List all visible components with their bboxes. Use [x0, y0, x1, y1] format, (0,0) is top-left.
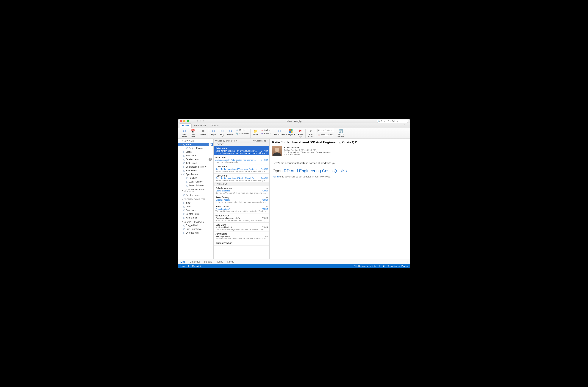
nav-tasks[interactable]: Tasks: [217, 260, 223, 263]
address-book-button[interactable]: 📖Address Book: [317, 133, 334, 136]
nav-notes[interactable]: Notes: [227, 260, 234, 263]
account-header[interactable]: ▼▢WINGTIP: [178, 139, 213, 143]
folder-node[interactable]: ▢Sent Items: [178, 154, 213, 157]
list-group-header[interactable]: ▼TODAY: [214, 143, 269, 146]
folder-node[interactable]: ▢Inbox: [178, 201, 213, 205]
address-book-icon: 📖: [317, 133, 320, 136]
smiley-icon[interactable]: ☺: [406, 124, 409, 127]
arrange-by-label[interactable]: Arrange By: Date Sent: [215, 140, 235, 142]
reading-from: Katie Jordan: [284, 146, 331, 149]
nav-mail[interactable]: Mail: [180, 260, 186, 263]
reply-all-button[interactable]: ✉︎ ReplyAll: [218, 129, 226, 137]
sync-icon: 🔄: [338, 129, 343, 134]
search-icon: 🔍: [378, 120, 380, 122]
message-item[interactable]: Junmin HaoMeeting update7/17/14We have t…: [214, 232, 269, 241]
folder-node[interactable]: ▢Deleted Items3: [178, 157, 213, 161]
new-items-button[interactable]: 📅 NewItems: [189, 129, 196, 137]
reading-pane: Katie Jordan has shared 'RD And Engineer…: [270, 139, 410, 259]
message-item[interactable]: Belinda Newman↪Sports statistics7/18/14D…: [214, 186, 269, 195]
new-email-button[interactable]: ✉︎ NewEmail: [181, 129, 188, 137]
folder-node[interactable]: ▢Junk Email: [178, 161, 213, 165]
folder-node[interactable]: ▢Drafts: [178, 205, 213, 208]
folder-node[interactable]: ▢Conversation History: [178, 165, 213, 169]
search-box[interactable]: 🔍: [377, 120, 408, 123]
funnel-icon: ▾: [308, 129, 313, 134]
folder-node[interactable]: ▼▢Inbox7: [178, 143, 213, 146]
reply-button[interactable]: ✉︎ Reply: [210, 129, 217, 135]
folder-sidebar[interactable]: ▼▢WINGTIP▼▢Inbox7▢Project Falcon▢Drafts▢…: [178, 139, 214, 259]
message-item[interactable]: Katie JordanKatie Jordan has shared 'Aud…: [214, 174, 269, 183]
document-link[interactable]: RD And Engineering Costs Q1.xlsx: [284, 169, 347, 173]
folder-node[interactable]: ▢Server Failures: [178, 184, 213, 187]
follow-link[interactable]: Follow: [273, 175, 280, 178]
attachment-button[interactable]: 📎Attachment: [236, 132, 249, 135]
folder-node[interactable]: ▢Drafts: [178, 150, 213, 154]
folder-node[interactable]: ▢Local Failures: [178, 180, 213, 184]
folder-node[interactable]: ▢Sent Items: [178, 208, 213, 212]
forward-icon: ✉︎: [228, 129, 233, 134]
nav-people[interactable]: People: [204, 260, 212, 263]
tab-home[interactable]: HOME: [179, 123, 191, 128]
message-item[interactable]: Katie JordanKatie Jordan has shared 'RD …: [214, 146, 269, 155]
send-receive-button[interactable]: 🔄 Send &Receive: [337, 129, 344, 137]
read-unread-button[interactable]: ✉︎ Read/Unread: [274, 129, 285, 135]
reading-header: Katie Jordan Friday, October 3, 2014 at …: [270, 145, 410, 158]
folder-node[interactable]: ▢High Priority Mail: [178, 227, 213, 231]
folder-node[interactable]: ▢Flagged Mail: [178, 224, 213, 227]
list-header[interactable]: Arrange By: Date Sent ⇅ Newest on Top ▾: [214, 139, 269, 143]
folder-node[interactable]: ▼▢Sync Issues: [178, 173, 213, 176]
collapse-ribbon-icon[interactable]: ˄: [404, 124, 405, 127]
message-item[interactable]: Dorena Paschke: [214, 241, 269, 246]
meeting-button[interactable]: ▤Meeting: [236, 129, 249, 132]
delete-button[interactable]: ✖ Delete: [200, 129, 207, 135]
message-item[interactable]: Sara DavisNorthwind Budget7/18/14The Nor…: [214, 223, 269, 232]
ribbon: ✉︎ NewEmail 📅 NewItems ✖ Delete ✉︎ Reply…: [178, 128, 410, 139]
x-icon: ✖: [201, 129, 206, 134]
important-icon: !: [265, 205, 265, 208]
find-contact-field[interactable]: [317, 129, 334, 132]
reply-all-icon: ✉︎: [219, 129, 225, 134]
folder-node[interactable]: ▢Project Falcon: [178, 146, 213, 150]
search-input[interactable]: [377, 120, 408, 123]
calendar-icon: ▤: [236, 129, 239, 132]
account-header[interactable]: ▼▢ON MY COMPUTER: [178, 197, 213, 201]
envelope-plus-icon: ✉︎: [182, 129, 187, 134]
folder-node[interactable]: ▢Overdue Mail: [178, 231, 213, 235]
follow-up-button[interactable]: ⚑ FollowUp: [297, 129, 304, 137]
message-item[interactable]: Robin Counts!↩Project update?7/18/14We n…: [214, 204, 269, 213]
module-nav: Mail Calendar People Tasks Notes ‹: [178, 259, 410, 264]
filter-email-button[interactable]: ▾ FilterEmail: [307, 129, 314, 137]
sort-label[interactable]: Newest on Top: [253, 140, 266, 142]
message-list[interactable]: ▼TODAYKatie JordanKatie Jordan has share…: [214, 143, 269, 259]
message-item[interactable]: Katie JordanKatie Jordan has shared 'Pro…: [214, 164, 269, 174]
message-item[interactable]: Garret VargasPlease send customer info7/…: [214, 213, 269, 223]
list-group-header[interactable]: ▼THIS YEAR: [214, 183, 269, 186]
folder-node[interactable]: ▢Conflicts: [178, 176, 213, 180]
replied-icon: ↩: [266, 196, 268, 199]
account-header[interactable]: ▼▢SMART FOLDERS: [178, 220, 213, 224]
flag-icon: ⚑: [298, 129, 303, 134]
nav-calendar[interactable]: Calendar: [189, 260, 200, 263]
folder-node[interactable]: ▢Deleted Items: [178, 212, 213, 216]
reading-subject: Katie Jordan has shared 'RD And Engineer…: [270, 139, 410, 145]
message-list-pane: Arrange By: Date Sent ⇅ Newest on Top ▾ …: [214, 139, 270, 259]
categorize-button[interactable]: Categorize: [286, 129, 295, 135]
rules-button[interactable]: ↪Rules▾: [261, 132, 271, 135]
status-unread: Unread: 7: [192, 265, 201, 267]
folder-node[interactable]: ▢RSS Feeds: [178, 169, 213, 173]
forward-button[interactable]: ✉︎ Forward: [227, 129, 234, 135]
move-button[interactable]: 📁 Move: [252, 129, 259, 135]
tab-organize[interactable]: ORGANIZE: [191, 124, 209, 128]
folder-node[interactable]: ▢Deleted Items: [178, 193, 213, 197]
message-item[interactable]: Garth FortAutomatic reply: Katie Jordan …: [214, 155, 269, 164]
account-header[interactable]: ▼▢Online Archive - Wingtip: [178, 187, 213, 193]
follow-line: Follow this document to get updates in y…: [273, 175, 407, 179]
nav-more-icon[interactable]: ‹: [407, 260, 408, 263]
message-item[interactable]: Pavel Bansky↩Expense reports7/18/14Hi Ka…: [214, 195, 269, 204]
window-title: Inbox • Wingtip: [178, 120, 410, 122]
find-contact-input[interactable]: [317, 129, 334, 132]
junk-button[interactable]: ⊘Junk▾: [261, 129, 271, 132]
tab-tools[interactable]: TOOLS: [209, 124, 221, 128]
folder-node[interactable]: ▢Junk E-mail: [178, 216, 213, 220]
open-document-line: Open RD And Engineering Costs Q1.xlsx: [273, 168, 407, 174]
